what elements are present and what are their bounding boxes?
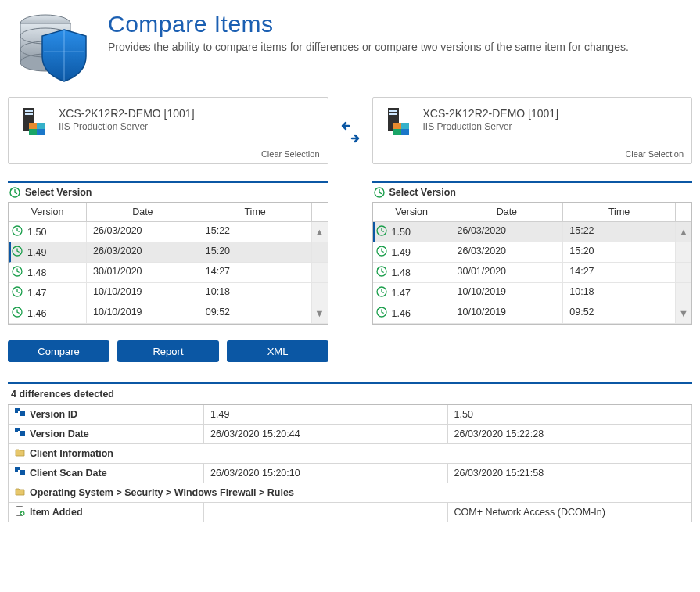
diff-group-row[interactable]: Client Information <box>9 444 691 464</box>
svg-rect-13 <box>389 110 397 112</box>
left-item-card[interactable]: XCS-2K12R2-DEMO [1001] IIS Production Se… <box>8 97 328 164</box>
svg-rect-6 <box>25 110 33 112</box>
version-row[interactable]: 1.4710/10/201910:18 <box>373 283 692 303</box>
col-date[interactable]: Date <box>451 203 564 222</box>
version-value: 1.48 <box>27 267 46 278</box>
swap-icon[interactable] <box>328 97 372 144</box>
report-button[interactable]: Report <box>117 340 219 362</box>
right-item-card[interactable]: XCS-2K12R2-DEMO [1001] IIS Production Se… <box>372 97 693 164</box>
version-time: 15:22 <box>563 222 676 242</box>
svg-rect-8 <box>29 123 37 129</box>
diff-row: Client Scan Date26/03/2020 15:20:1026/03… <box>9 464 691 483</box>
version-time: 09:52 <box>199 303 312 324</box>
left-select-version-label: Select Version <box>25 187 92 198</box>
server-icon <box>382 106 414 137</box>
version-date: 26/03/2020 <box>87 222 199 242</box>
col-time[interactable]: Time <box>563 203 676 222</box>
svg-rect-38 <box>20 470 25 475</box>
version-date: 30/01/2020 <box>87 263 199 283</box>
svg-rect-17 <box>393 129 401 135</box>
scroll-up-icon[interactable]: ▲ <box>676 222 691 242</box>
right-select-version-label: Select Version <box>389 187 456 198</box>
scroll-track <box>676 263 691 283</box>
svg-rect-16 <box>401 123 409 129</box>
version-row[interactable]: 1.5026/03/202015:22▲ <box>373 222 692 242</box>
svg-rect-35 <box>20 431 25 436</box>
diff-right-value: 26/03/2020 15:21:58 <box>448 464 692 483</box>
version-time: 10:18 <box>199 283 312 303</box>
clock-icon <box>12 307 23 320</box>
diff-left-value: 26/03/2020 15:20:10 <box>204 464 448 483</box>
version-row[interactable]: 1.4830/01/202014:27 <box>373 263 692 283</box>
clock-icon <box>12 225 23 239</box>
version-value: 1.47 <box>27 288 46 299</box>
svg-rect-11 <box>37 129 45 135</box>
diff-group-row[interactable]: Operating System > Security > Windows Fi… <box>9 483 691 503</box>
history-icon <box>9 187 20 198</box>
version-row[interactable]: 1.4710/10/201910:18 <box>9 283 328 303</box>
version-time: 15:20 <box>563 242 676 263</box>
version-date: 10/10/2019 <box>87 283 199 303</box>
compare-button[interactable]: Compare <box>8 340 109 362</box>
item-added-icon <box>15 506 25 518</box>
version-time: 14:27 <box>199 263 312 283</box>
svg-rect-36 <box>18 431 20 433</box>
left-item-title: XCS-2K12R2-DEMO [1001] <box>59 107 195 120</box>
version-row[interactable]: 1.4830/01/202014:27 <box>9 263 328 283</box>
group-label: Client Information <box>30 448 113 459</box>
col-time[interactable]: Time <box>199 203 312 222</box>
scroll-down-icon[interactable]: ▼ <box>312 303 328 324</box>
server-icon <box>18 106 49 137</box>
version-time: 15:22 <box>199 222 312 242</box>
svg-rect-15 <box>393 123 401 129</box>
version-row[interactable]: 1.4610/10/201909:52▼ <box>373 303 692 324</box>
version-row[interactable]: 1.4926/03/202015:20 <box>9 242 328 263</box>
svg-rect-7 <box>25 113 33 115</box>
version-time: 09:52 <box>563 303 676 324</box>
version-value: 1.47 <box>392 288 411 299</box>
version-value: 1.50 <box>27 227 46 238</box>
svg-rect-9 <box>37 123 45 129</box>
version-value: 1.46 <box>392 308 411 319</box>
diff-left-value: 26/03/2020 15:20:44 <box>204 425 448 444</box>
page-subtitle: Provides the ability to compare items fo… <box>108 41 629 53</box>
version-row[interactable]: 1.4926/03/202015:20 <box>373 242 692 263</box>
clock-icon <box>12 246 23 259</box>
scroll-track <box>676 242 691 263</box>
compare-icon <box>15 408 25 421</box>
folder-icon <box>15 447 25 460</box>
svg-rect-39 <box>18 470 20 472</box>
diff-row: Version ID1.491.50 <box>9 405 691 425</box>
compare-icon <box>15 467 25 479</box>
diff-summary: 4 differences detected <box>8 382 692 405</box>
compare-icon <box>15 428 25 440</box>
clock-icon <box>12 266 23 279</box>
xml-button[interactable]: XML <box>227 340 328 362</box>
right-clear-selection[interactable]: Clear Selection <box>625 149 684 159</box>
svg-rect-18 <box>401 129 409 135</box>
version-row[interactable]: 1.5026/03/202015:22▲ <box>9 222 328 242</box>
scroll-up-icon[interactable]: ▲ <box>312 222 328 242</box>
scroll-track <box>676 283 691 303</box>
clock-icon <box>376 246 387 259</box>
svg-rect-33 <box>18 411 20 414</box>
right-item-subtitle: IIS Production Server <box>423 121 559 132</box>
version-time: 14:27 <box>563 263 676 283</box>
svg-rect-14 <box>389 113 397 115</box>
version-date: 26/03/2020 <box>87 242 199 263</box>
col-date[interactable]: Date <box>87 203 199 222</box>
col-version[interactable]: Version <box>9 203 87 222</box>
clock-icon <box>376 266 387 279</box>
version-date: 10/10/2019 <box>87 303 199 324</box>
group-label: Operating System > Security > Windows Fi… <box>30 487 294 498</box>
page-title: Compare Items <box>108 11 629 38</box>
left-clear-selection[interactable]: Clear Selection <box>261 149 320 159</box>
col-version[interactable]: Version <box>373 203 451 222</box>
version-row[interactable]: 1.4610/10/201909:52▼ <box>9 303 328 324</box>
diff-label: Item Added <box>30 507 83 518</box>
left-version-grid: Version Date Time 1.5026/03/202015:22▲1.… <box>8 202 328 325</box>
scroll-down-icon[interactable]: ▼ <box>676 303 691 324</box>
right-version-grid: Version Date Time 1.5026/03/202015:22▲1.… <box>372 202 693 325</box>
diff-left-value <box>204 503 448 522</box>
scroll-track <box>312 283 328 303</box>
